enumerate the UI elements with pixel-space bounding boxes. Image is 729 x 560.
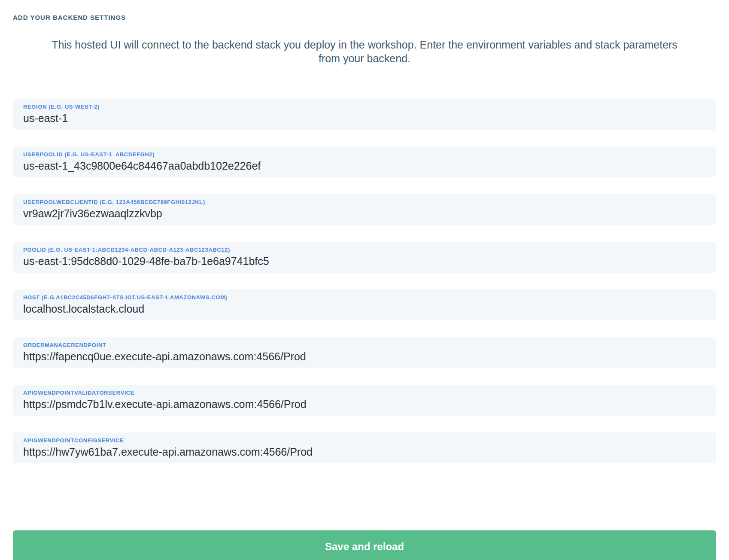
field-userpoolwebclientid[interactable]: USERPOOLWEBCLIENTID (E.G. 123A456BCDE789…	[13, 194, 716, 225]
field-apigwendpointvalidatorservice[interactable]: APIGWENDPOINTVALIDATORSERVICE	[13, 385, 716, 416]
ordermanagerendpoint-input[interactable]	[23, 349, 706, 363]
field-poolid[interactable]: POOLID (E.G. US-EAST-1:ABCD1234-ABCD-ABC…	[13, 242, 716, 273]
field-ordermanagerendpoint[interactable]: ORDERMANAGERENDPOINT	[13, 337, 716, 368]
page-title: ADD YOUR BACKEND SETTINGS	[13, 14, 716, 21]
apigwendpointvalidatorservice-input[interactable]	[23, 396, 706, 411]
poolid-input[interactable]	[23, 253, 706, 268]
userpoolwebclientid-input[interactable]	[23, 206, 706, 220]
field-host[interactable]: HOST (E.G.A1BC2C45D6FGH7-ATS.IOT.US-EAST…	[13, 289, 716, 320]
field-label-apigwendpointconfigservice: APIGWENDPOINTCONFIGSERVICE	[23, 437, 706, 444]
field-userpoolid[interactable]: USERPOOLID (E.G. US-EAST-1_ABCDEFGH2)	[13, 146, 716, 177]
save-and-reload-button[interactable]: Save and reload	[13, 530, 716, 560]
settings-form: REGION (E.G. US-WEST-2) USERPOOLID (E.G.…	[13, 99, 716, 463]
page-description: This hosted UI will connect to the backe…	[45, 38, 684, 65]
host-input[interactable]	[23, 301, 706, 315]
field-apigwendpointconfigservice[interactable]: APIGWENDPOINTCONFIGSERVICE	[13, 432, 716, 463]
region-input[interactable]	[23, 110, 706, 125]
field-label-host: HOST (E.G.A1BC2C45D6FGH7-ATS.IOT.US-EAST…	[23, 294, 706, 301]
apigwendpointconfigservice-input[interactable]	[23, 444, 706, 458]
backend-settings-page: ADD YOUR BACKEND SETTINGS This hosted UI…	[0, 0, 729, 560]
field-label-userpoolid: USERPOOLID (E.G. US-EAST-1_ABCDEFGH2)	[23, 151, 706, 158]
field-label-poolid: POOLID (E.G. US-EAST-1:ABCD1234-ABCD-ABC…	[23, 247, 706, 253]
field-label-apigwendpointvalidatorservice: APIGWENDPOINTVALIDATORSERVICE	[23, 390, 706, 396]
field-label-region: REGION (E.G. US-WEST-2)	[23, 103, 706, 110]
userpoolid-input[interactable]	[23, 158, 706, 172]
field-label-ordermanagerendpoint: ORDERMANAGERENDPOINT	[23, 342, 706, 349]
field-label-userpoolwebclientid: USERPOOLWEBCLIENTID (E.G. 123A456BCDE789…	[23, 199, 706, 206]
field-region[interactable]: REGION (E.G. US-WEST-2)	[13, 99, 716, 130]
